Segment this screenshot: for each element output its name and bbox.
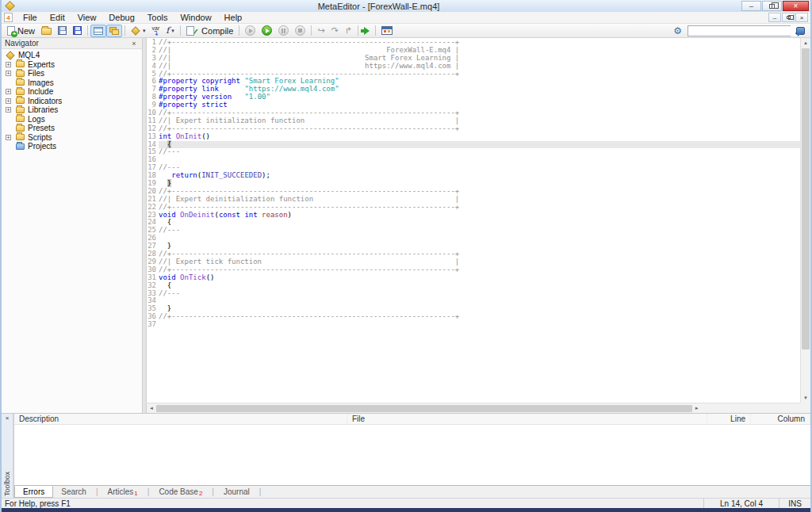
green-arrow-icon bbox=[364, 27, 370, 35]
scroll-right-icon[interactable]: ► bbox=[692, 406, 702, 411]
insert-variable-button[interactable]: var↴ bbox=[149, 25, 163, 37]
tree-item-libraries[interactable]: +Libraries bbox=[2, 105, 142, 115]
tree-item-logs[interactable]: Logs bbox=[2, 115, 142, 124]
tree-item-presets[interactable]: Presets bbox=[2, 124, 142, 133]
new-file-icon: + bbox=[7, 26, 15, 36]
code-editor[interactable]: 1//+------------------------------------… bbox=[147, 38, 810, 413]
scroll-left-icon[interactable]: ◄ bbox=[147, 406, 156, 411]
folder-icon bbox=[16, 61, 25, 67]
menu-file[interactable]: File bbox=[17, 12, 44, 23]
save-button[interactable] bbox=[55, 25, 70, 37]
go-to-line-button[interactable] bbox=[361, 25, 373, 37]
code-line-18: 18 return(INIT_SUCCEEDED); bbox=[147, 172, 800, 180]
editor-horizontal-scrollbar[interactable]: ◄ ► bbox=[147, 403, 800, 413]
mdi-close-button[interactable]: × bbox=[795, 13, 808, 22]
compile-button[interactable]: ✓ Compile bbox=[183, 25, 237, 37]
tab-journal[interactable]: Journal bbox=[216, 486, 258, 498]
toolbox-close-button[interactable]: × bbox=[6, 414, 10, 422]
expand-icon[interactable]: + bbox=[6, 89, 11, 94]
horizontal-scroll-thumb[interactable] bbox=[156, 405, 692, 412]
toggle-toolbox-button[interactable] bbox=[90, 25, 106, 37]
tab-code-base[interactable]: Code Base2 bbox=[151, 486, 210, 498]
expand-icon[interactable]: + bbox=[6, 71, 11, 76]
menu-debug[interactable]: Debug bbox=[102, 12, 140, 23]
insert-function-button[interactable]: f ▾ bbox=[163, 25, 178, 37]
tree-item-projects[interactable]: Projects bbox=[2, 142, 142, 151]
step-into-icon: ↪ bbox=[317, 26, 324, 35]
toggle-navigator-button[interactable] bbox=[106, 25, 122, 37]
folder-icon bbox=[16, 134, 25, 140]
dropdown-arrow-icon: ▾ bbox=[143, 28, 146, 34]
vertical-scroll-thumb[interactable] bbox=[802, 48, 810, 350]
var-icon: var↴ bbox=[152, 25, 160, 36]
save-as-button[interactable] bbox=[70, 25, 85, 37]
toolbar-separator bbox=[180, 25, 181, 36]
step-over-button[interactable]: ↷ bbox=[328, 25, 342, 37]
function-icon: f bbox=[166, 25, 169, 36]
code-line-26: 26 bbox=[147, 235, 800, 243]
stop-debugging-button[interactable] bbox=[292, 25, 308, 37]
step-into-button[interactable]: ↪ bbox=[314, 25, 327, 37]
code-line-15: 15//--- bbox=[147, 148, 800, 156]
tab-separator: | bbox=[258, 487, 263, 496]
expand-icon[interactable]: + bbox=[6, 107, 11, 113]
tab-separator: | bbox=[146, 487, 151, 496]
close-button[interactable]: × bbox=[783, 1, 809, 11]
mdi-restore-button[interactable] bbox=[782, 13, 795, 22]
new-button[interactable]: + New bbox=[4, 25, 38, 37]
tree-root-mql4[interactable]: MQL4 bbox=[2, 51, 142, 60]
tree-item-scripts[interactable]: +Scripts bbox=[2, 133, 142, 143]
toolbox-panel: × Toolbox DescriptionFileLineColumn Erro… bbox=[2, 413, 810, 498]
gear-icon: ⚙ bbox=[673, 26, 682, 36]
editor-vertical-scrollbar[interactable]: ▲ ▼ bbox=[800, 38, 810, 403]
settings-button[interactable]: ⚙ bbox=[670, 25, 685, 37]
menu-tools[interactable]: Tools bbox=[141, 12, 174, 23]
tree-item-include[interactable]: +Include bbox=[2, 87, 142, 97]
tree-item-images[interactable]: Images bbox=[2, 78, 142, 88]
scroll-down-icon[interactable]: ▼ bbox=[801, 393, 810, 403]
navigator-panel: Navigator × MQL4 +Experts+FilesImages+In… bbox=[2, 38, 143, 413]
expand-icon[interactable]: + bbox=[6, 62, 11, 67]
code-line-8: 8#property version "1.00" bbox=[147, 94, 800, 101]
column-header-description[interactable]: Description bbox=[14, 414, 347, 424]
start-debugging-button[interactable] bbox=[259, 25, 275, 37]
open-button[interactable] bbox=[38, 25, 55, 37]
tree-item-experts[interactable]: +Experts bbox=[2, 60, 142, 70]
start-profiling-button[interactable] bbox=[242, 25, 259, 37]
expand-icon[interactable]: + bbox=[6, 135, 11, 140]
menu-view[interactable]: View bbox=[71, 12, 103, 23]
mdi-window-controls: – × bbox=[768, 13, 810, 22]
search-box bbox=[688, 25, 791, 36]
menu-window[interactable]: Window bbox=[174, 12, 217, 23]
code-line-30: 30//+-----------------------------------… bbox=[147, 266, 800, 274]
scroll-up-icon[interactable]: ▲ bbox=[801, 38, 810, 48]
menu-help[interactable]: Help bbox=[218, 12, 249, 23]
column-header-column[interactable]: Column bbox=[751, 414, 810, 424]
window-title: MetaEditor - [ForexWall-E.mq4] bbox=[17, 2, 741, 11]
minimize-button[interactable]: – bbox=[741, 1, 761, 11]
column-header-line[interactable]: Line bbox=[707, 414, 751, 424]
column-header-file[interactable]: File bbox=[347, 414, 707, 424]
mdi-minimize-button[interactable]: – bbox=[768, 13, 781, 22]
restore-button[interactable] bbox=[762, 1, 782, 11]
tree-item-files[interactable]: +Files bbox=[2, 69, 142, 78]
step-out-button[interactable]: ↱ bbox=[342, 25, 355, 37]
pause-debugging-button[interactable] bbox=[275, 25, 292, 37]
open-terminal-button[interactable] bbox=[378, 25, 396, 37]
expand-icon[interactable]: + bbox=[6, 98, 11, 104]
status-bar: For Help, press F1 Ln 14, Col 4 INS bbox=[2, 498, 810, 508]
app-logo-icon bbox=[5, 1, 15, 11]
code-text: { bbox=[159, 141, 800, 149]
menu-edit[interactable]: Edit bbox=[44, 12, 71, 23]
community-button[interactable] bbox=[793, 25, 808, 37]
code-line-33: 33//--- bbox=[147, 290, 800, 298]
tree-item-label: Projects bbox=[28, 142, 56, 151]
tab-search[interactable]: Search bbox=[53, 486, 94, 498]
tab-errors[interactable]: Errors bbox=[14, 486, 53, 498]
search-input[interactable] bbox=[688, 26, 798, 36]
tree-item-indicators[interactable]: +Indicators bbox=[2, 97, 142, 106]
mq-navigator-dropdown[interactable]: ▾ bbox=[128, 25, 149, 37]
tab-separator: | bbox=[210, 487, 216, 496]
navigator-close-button[interactable]: × bbox=[129, 40, 139, 48]
tab-articles[interactable]: Articles1 bbox=[100, 486, 146, 498]
